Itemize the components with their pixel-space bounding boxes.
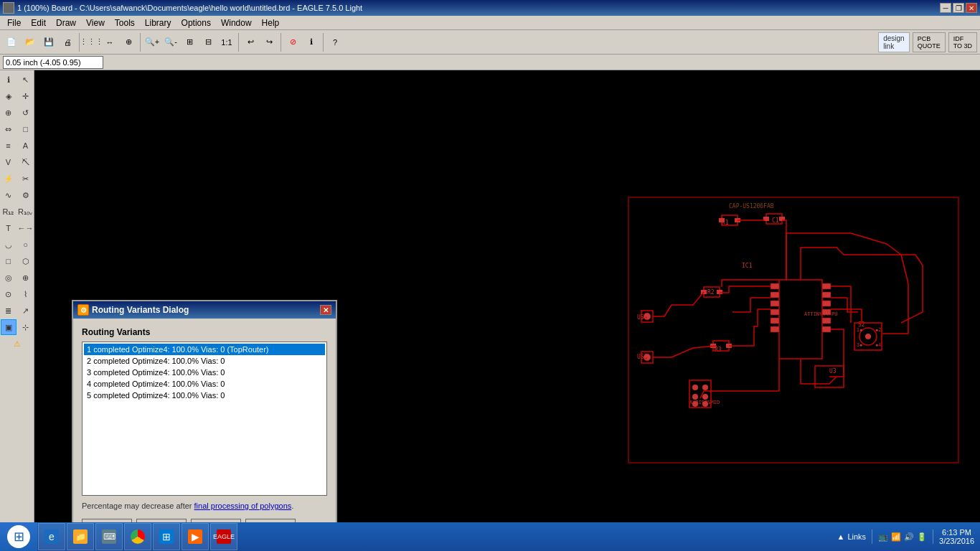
svg-text:+: + bbox=[645, 356, 648, 360]
lt-via[interactable]: ⊙ bbox=[1, 286, 17, 302]
redo-button[interactable]: ↪ bbox=[260, 34, 278, 51]
restore-button[interactable]: ❐ bbox=[953, 3, 964, 13]
lt-text[interactable]: T bbox=[1, 220, 17, 236]
dialog-note: Percentage may decrease after final proc… bbox=[82, 501, 327, 510]
start-button[interactable] bbox=[0, 522, 37, 551]
taskbar-keyboard[interactable]: ⌨ bbox=[95, 523, 123, 550]
tray-arrow[interactable]: ▲ bbox=[837, 532, 844, 541]
windows-icon bbox=[7, 525, 30, 548]
lt-wire[interactable]: ⌇ bbox=[18, 286, 34, 302]
coord-input[interactable]: 0.05 inch (-4.05 0.95) bbox=[3, 56, 103, 69]
pcb-view: CAP-US1206FAB R1 C1 IC1 ATTINY44-PU R2 R… bbox=[578, 70, 980, 525]
lt-rotate[interactable]: ↺ bbox=[18, 105, 34, 121]
variant-item-5[interactable]: 5 completed Optimize4: 100.0% Vias: 0 bbox=[84, 390, 325, 401]
lt-route[interactable]: ∿ bbox=[1, 187, 17, 203]
help-button[interactable]: ? bbox=[326, 34, 344, 51]
menu-help[interactable]: Help bbox=[258, 17, 284, 29]
new-button[interactable]: 📄 bbox=[3, 34, 20, 51]
lt-name[interactable]: A bbox=[18, 138, 34, 154]
menu-window[interactable]: Window bbox=[217, 17, 256, 29]
taskbar-ie[interactable]: e bbox=[38, 523, 65, 550]
lt-copy[interactable]: ⊕ bbox=[1, 105, 17, 121]
pcb-svg: CAP-US1206FAB R1 C1 IC1 ATTINY44-PU R2 R… bbox=[578, 70, 980, 525]
menu-options[interactable]: Options bbox=[177, 17, 215, 29]
stop-button[interactable]: ⊘ bbox=[284, 34, 301, 51]
variant-item-2[interactable]: 2 completed Optimize4: 100.0% Vias: 0 bbox=[84, 355, 325, 367]
coordbar: 0.05 inch (-4.05 0.95) bbox=[0, 55, 980, 70]
lt-group[interactable]: □ bbox=[18, 121, 34, 137]
tray-battery: 🔋 bbox=[917, 532, 927, 542]
menu-tools[interactable]: Tools bbox=[110, 17, 139, 29]
pcb-quote-button[interactable]: PCBQUOTE bbox=[913, 32, 946, 52]
lt-smash[interactable]: ⛏ bbox=[18, 154, 34, 170]
menubar: File Edit Draw View Tools Library Option… bbox=[0, 16, 980, 30]
lt-polygon[interactable]: ⬡ bbox=[18, 253, 34, 269]
lt-measure[interactable]: ⊹ bbox=[18, 319, 34, 335]
taskbar-apps[interactable]: ⊞ bbox=[153, 523, 180, 550]
lt-zoom[interactable]: ↗ bbox=[18, 303, 34, 319]
lt-move[interactable]: ✛ bbox=[18, 88, 34, 104]
lt-erc[interactable]: R₁₀ᵥ bbox=[18, 204, 34, 220]
taskbar-explorer[interactable]: 📁 bbox=[67, 523, 94, 550]
lt-info[interactable]: ℹ bbox=[1, 72, 17, 88]
tb-icon2[interactable]: ↔ bbox=[101, 34, 118, 51]
zoom-fit-button[interactable]: ⊞ bbox=[181, 34, 198, 51]
dialog-close-button[interactable]: ✕ bbox=[320, 305, 331, 315]
lt-value[interactable]: V bbox=[1, 154, 17, 170]
menu-file[interactable]: File bbox=[3, 17, 25, 29]
keyboard-icon: ⌨ bbox=[102, 529, 116, 544]
zoom-100-button[interactable]: 1:1 bbox=[218, 34, 235, 51]
lt-pad[interactable]: ⊕ bbox=[18, 270, 34, 286]
menu-library[interactable]: Library bbox=[141, 17, 176, 29]
tb-icon3[interactable]: ⊕ bbox=[120, 34, 137, 51]
menu-view[interactable]: View bbox=[82, 17, 109, 29]
variants-list[interactable]: 1 completed Optimize4: 100.0% Vias: 0 (T… bbox=[82, 342, 327, 496]
lt-drc[interactable]: R₁₂ bbox=[1, 204, 17, 220]
design-link-button[interactable]: designlink bbox=[878, 32, 909, 52]
minimize-button[interactable]: ─ bbox=[940, 3, 951, 13]
tray-clock[interactable]: 6:13 PM 3/23/2016 bbox=[939, 528, 974, 545]
variant-item-4[interactable]: 4 completed Optimize4: 100.0% Vias: 0 bbox=[84, 378, 325, 390]
lt-circle[interactable]: ○ bbox=[18, 237, 34, 253]
explorer-icon: 📁 bbox=[73, 529, 88, 544]
print-button[interactable]: 🖨 bbox=[59, 34, 76, 51]
dialog-title-icon: ⚙ bbox=[77, 304, 89, 316]
lt-optimize[interactable]: ⚡ bbox=[1, 171, 17, 187]
variant-item-1[interactable]: 1 completed Optimize4: 100.0% Vias: 0 (T… bbox=[84, 344, 325, 355]
lt-script[interactable]: ≣ bbox=[1, 303, 17, 319]
info-button[interactable]: ℹ bbox=[303, 34, 320, 51]
app-icon bbox=[3, 2, 14, 14]
lt-autoroute[interactable]: ⚙ bbox=[18, 187, 34, 203]
taskbar-eagle[interactable]: EAGLE bbox=[210, 523, 237, 550]
lt-rect[interactable]: □ bbox=[1, 253, 17, 269]
lt-arc[interactable]: ◡ bbox=[1, 237, 17, 253]
open-button[interactable]: 📂 bbox=[22, 34, 39, 51]
lt-layer[interactable]: ◈ bbox=[1, 88, 17, 104]
menu-edit[interactable]: Edit bbox=[27, 17, 50, 29]
close-button[interactable]: ✕ bbox=[966, 3, 977, 13]
taskbar-chrome[interactable] bbox=[124, 523, 151, 550]
menu-draw[interactable]: Draw bbox=[52, 17, 80, 29]
lt-select[interactable]: ↖ bbox=[18, 72, 34, 88]
lt-hole[interactable]: ◎ bbox=[1, 270, 17, 286]
idf-3d-button[interactable]: IDFTO 3D bbox=[948, 32, 977, 52]
save-button[interactable]: 💾 bbox=[40, 34, 57, 51]
undo-button[interactable]: ↩ bbox=[242, 34, 259, 51]
chrome-icon bbox=[131, 529, 145, 544]
zoom-in-button[interactable]: 🔍+ bbox=[143, 34, 161, 51]
taskbar-vlc[interactable]: ▶ bbox=[182, 523, 209, 550]
lt-mirror[interactable]: ⇔ bbox=[1, 121, 17, 137]
tb-icon1[interactable]: ⋮⋮⋮ bbox=[83, 34, 100, 51]
variant-item-3[interactable]: 3 completed Optimize4: 100.0% Vias: 0 bbox=[84, 367, 325, 378]
lt-change[interactable]: ≡ bbox=[1, 138, 17, 154]
lt-dimension[interactable]: ←→ bbox=[18, 220, 34, 236]
zoom-select-button[interactable]: ⊟ bbox=[199, 34, 217, 51]
lt-cursor[interactable]: ▣ bbox=[1, 319, 17, 335]
svg-text:ATTINY44-PU: ATTINY44-PU bbox=[804, 311, 837, 317]
tray-volume[interactable]: 🔊 bbox=[904, 532, 914, 542]
zoom-out-button[interactable]: 🔍- bbox=[162, 34, 179, 51]
lt-ripup[interactable]: ✂ bbox=[18, 171, 34, 187]
note-link[interactable]: final processing of polygons bbox=[194, 501, 292, 510]
canvas-area[interactable]: CAP-US1206FAB R1 C1 IC1 ATTINY44-PU R2 R… bbox=[34, 70, 980, 525]
clock-time: 6:13 PM bbox=[942, 528, 971, 537]
